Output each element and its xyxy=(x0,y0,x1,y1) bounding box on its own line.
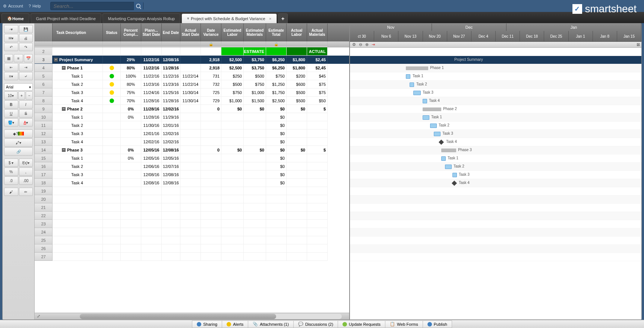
empty-row[interactable]: 19 xyxy=(35,187,349,195)
gear-icon[interactable]: ⚙ xyxy=(352,42,356,47)
tab-active[interactable]: ▾Project with Schedule & Budget Variance… xyxy=(181,13,277,23)
wrap-button[interactable]: ⤶ xyxy=(19,72,33,80)
account-link[interactable]: ⚙ Account xyxy=(3,4,23,9)
fontsize-select[interactable]: 10 ▾ xyxy=(4,91,18,100)
data-row[interactable]: 7 Task 3 75% 11/24/16 11/25/16 11/30/14 … xyxy=(35,88,349,97)
bold-button[interactable]: B xyxy=(4,100,18,109)
print-button[interactable]: 🖨 xyxy=(19,34,33,42)
indent-button[interactable]: ⇥ xyxy=(19,63,33,71)
fillcolor-button[interactable]: 🪣▾ xyxy=(4,118,18,126)
close-gantt-icon[interactable]: ⊠ xyxy=(637,42,640,47)
discussions-button[interactable]: 💬Discussions (2) xyxy=(294,321,338,328)
save-button[interactable]: 💾 xyxy=(19,25,33,33)
formula-button[interactable]: f(x)▾ xyxy=(19,159,33,167)
expand-icon[interactable]: ⤢ xyxy=(35,314,42,319)
lock-row: 🔒 🔒 xyxy=(35,41,349,47)
link-button[interactable]: 🔗 xyxy=(4,147,33,156)
newsheet-button[interactable]: ▫▾ xyxy=(4,25,18,33)
strike-button[interactable]: S xyxy=(19,109,33,118)
col-end[interactable]: End Date xyxy=(162,24,180,41)
empty-row[interactable]: 20 xyxy=(35,195,349,203)
data-row[interactable]: 4 −Phase 1 80% 11/22/16 11/28/16 2,918 $… xyxy=(35,64,349,72)
attachments-button[interactable]: 📎Attachments (1) xyxy=(248,321,294,328)
today-icon[interactable]: ⇥ xyxy=(372,42,375,47)
sharing-button[interactable]: Sharing xyxy=(192,321,222,328)
textcolor-button[interactable]: A▾ xyxy=(19,118,33,126)
empty-row[interactable]: 24 xyxy=(35,228,349,236)
align-button[interactable]: ≡▾ xyxy=(4,72,18,80)
gantt-view-button[interactable]: ≡ xyxy=(14,54,23,62)
updates-button[interactable]: Update Requests xyxy=(338,321,385,328)
data-row[interactable]: 12 Task 3 12/01/16 12/02/16 $0 xyxy=(35,129,349,138)
data-row[interactable]: 8 Task 4 70% 11/28/16 11/28/16 11/30/14 … xyxy=(35,97,349,105)
col-pct[interactable]: Percent Compl... xyxy=(121,24,141,41)
clear-format-button[interactable]: ✏ xyxy=(19,188,33,196)
col-emat[interactable]: Estimated Materials xyxy=(244,24,266,41)
data-row[interactable]: 5 Task 1 100% 11/22/16 11/22/16 11/22/14… xyxy=(35,72,349,80)
increase-font-button[interactable]: + xyxy=(18,91,25,100)
italic-button[interactable]: I xyxy=(19,100,33,109)
data-row[interactable]: 9 −Phase 2 0% 11/28/16 12/02/16 0 $0 $0 … xyxy=(35,105,349,113)
publish-button[interactable]: Publish xyxy=(423,321,452,328)
grid-body[interactable]: 2 ESTIMATE ACTUAL 3 −Project Summary 29%… xyxy=(35,47,349,313)
increase-decimal-button[interactable]: .00 xyxy=(19,177,33,185)
search-box[interactable] xyxy=(50,2,143,10)
decrease-decimal-button[interactable]: .0 xyxy=(4,177,18,185)
col-elabor[interactable]: Estimated Labor xyxy=(221,24,244,41)
close-icon[interactable]: × xyxy=(269,16,271,21)
col-plstart[interactable]: Plann... Start Date xyxy=(141,24,162,41)
empty-row[interactable]: 27 xyxy=(35,253,349,261)
underline-button[interactable]: U xyxy=(4,109,18,118)
empty-row[interactable]: 23 xyxy=(35,220,349,228)
data-row[interactable]: 15 Task 1 0% 12/05/16 12/05/16 $0 xyxy=(35,154,349,162)
calendar-view-button[interactable]: 📅 xyxy=(24,54,33,62)
empty-row[interactable]: 26 xyxy=(35,244,349,253)
data-row[interactable]: 16 Task 2 12/06/16 12/07/16 $0 xyxy=(35,162,349,171)
data-row[interactable]: 3 −Project Summary 29% 11/22/16 12/08/16… xyxy=(35,56,349,64)
decrease-font-button[interactable]: − xyxy=(26,91,33,100)
percent-button[interactable]: % xyxy=(4,168,18,176)
col-etotal[interactable]: Estimate Total xyxy=(266,24,287,41)
data-row[interactable]: 6 Task 2 80% 11/23/16 11/23/16 11/22/14 … xyxy=(35,80,349,88)
search-input[interactable] xyxy=(51,3,133,9)
h-scrollbar[interactable] xyxy=(80,314,342,319)
undo-button[interactable]: ↶ xyxy=(4,43,18,51)
col-status[interactable]: Status xyxy=(103,24,121,41)
data-row[interactable]: 11 Task 2 11/30/16 12/01/16 $0 xyxy=(35,121,349,129)
col-task[interactable]: Task Description xyxy=(53,24,103,41)
help-link[interactable]: ? Help xyxy=(29,4,41,8)
tab-gantt-project[interactable]: Gantt Project with Hard Deadline xyxy=(31,13,101,23)
empty-row[interactable]: 22 xyxy=(35,212,349,220)
col-amat[interactable]: Actual Materials xyxy=(307,24,328,41)
gantt-body[interactable]: Project SummaryPhase 1Task 1Task 2Task 3… xyxy=(350,48,641,319)
webforms-button[interactable]: 📋Web Forms xyxy=(385,321,423,328)
col-dvar[interactable]: Date Variance xyxy=(201,24,221,41)
empty-row[interactable]: 21 xyxy=(35,203,349,212)
alerts-button[interactable]: Alerts xyxy=(222,321,248,328)
tab-new[interactable]: + xyxy=(278,13,288,23)
format-painter-button[interactable]: 🖌 xyxy=(4,188,18,196)
currency-button[interactable]: $ ▾ xyxy=(4,159,18,167)
data-row[interactable]: 17 Task 3 12/08/16 12/08/16 $0 xyxy=(35,171,349,179)
empty-row[interactable]: 25 xyxy=(35,236,349,244)
data-row[interactable]: 14 −Phase 3 0% 12/05/16 12/08/16 0 $0 $0… xyxy=(35,146,349,154)
data-row[interactable]: 10 Task 1 0% 11/28/16 11/29/16 $0 xyxy=(35,113,349,121)
col-alabor[interactable]: Actual Labor xyxy=(287,24,307,41)
tab-marketing[interactable]: Marketing Campaign Analysis Rollup xyxy=(102,13,180,23)
zoom-in-icon[interactable]: ⊕ xyxy=(365,42,369,47)
data-row[interactable]: 13 Task 4 12/02/16 12/02/16 $0 xyxy=(35,138,349,146)
conditional-format-button[interactable]: ◆? xyxy=(4,129,33,138)
zoom-out-icon[interactable]: ⊖ xyxy=(359,42,362,47)
thousands-button[interactable]: , xyxy=(19,168,33,176)
font-select[interactable]: Arial▾ xyxy=(4,83,33,91)
outdent-button[interactable]: ⇤ xyxy=(4,63,18,71)
highlight-button[interactable]: 🖍▾ xyxy=(4,138,33,147)
email-button[interactable]: ✉▾ xyxy=(4,34,18,42)
tab-home[interactable]: 🏠 Home xyxy=(1,13,29,23)
data-row[interactable]: 18 Task 4 12/08/16 12/08/16 $0 xyxy=(35,179,349,187)
redo-button[interactable]: ↷ xyxy=(19,43,33,51)
grid-view-button[interactable]: ▦ xyxy=(4,54,13,62)
corner-cell[interactable] xyxy=(35,24,53,41)
col-astart[interactable]: Actual Start Date xyxy=(180,24,201,41)
search-button[interactable] xyxy=(133,2,143,10)
